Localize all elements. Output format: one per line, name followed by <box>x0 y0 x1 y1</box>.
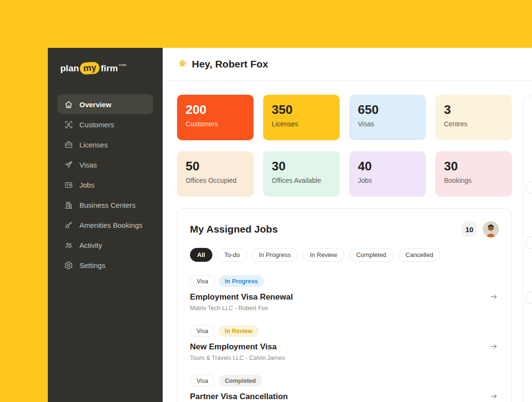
job-status-badge: Completed <box>219 375 262 387</box>
main-area: Hey, Robert Fox 200 Customers 350 Licens… <box>163 48 532 402</box>
stat-card-bookings[interactable]: 30 Bookings <box>435 151 512 197</box>
job-title: New Employment Visa <box>190 342 478 352</box>
job-title: Partner Visa Cancellation <box>190 392 478 402</box>
stat-label: Visas <box>358 120 417 128</box>
arrow-right-icon[interactable] <box>489 392 498 401</box>
sidebar: plan my firm com Overview Customers <box>48 48 163 402</box>
stat-card-visas[interactable]: 650 Visas <box>349 95 426 140</box>
filter-chip-cancelled[interactable]: Cancelled <box>399 248 441 262</box>
logo-my: my <box>79 62 100 75</box>
job-item[interactable]: Visa In Review New Employment Visa Tours… <box>190 325 499 361</box>
screen: plan my firm com Overview Customers <box>0 0 532 402</box>
stat-value: 30 <box>444 159 503 173</box>
key-icon <box>64 221 73 230</box>
id-card-icon <box>64 180 73 190</box>
stat-card-centres[interactable]: 3 Centres <box>435 95 512 140</box>
assigned-jobs-panel: My Assigned Jobs 10 <box>177 208 512 402</box>
job-category-tag: Visa <box>190 375 215 387</box>
job-category-tag: Visa <box>190 275 215 287</box>
sidebar-item-label: Overview <box>79 100 111 109</box>
sidebar-item-customers[interactable]: Customers <box>57 114 153 134</box>
sidebar-item-label: Jobs <box>79 181 95 189</box>
sidebar-item-business-centers[interactable]: Business Centers <box>57 195 153 215</box>
sidebar-item-licenses[interactable]: Licenses <box>57 134 153 155</box>
sidebar-item-overview[interactable]: Overview <box>57 94 153 114</box>
page-greeting: Hey, Robert Fox <box>192 58 268 70</box>
stat-value: 350 <box>272 103 331 117</box>
briefcase-icon <box>64 140 73 149</box>
stat-label: Offices Occupied <box>186 177 245 184</box>
filter-chip-in-review[interactable]: In Review <box>303 248 344 262</box>
stat-value: 3 <box>444 103 503 117</box>
job-item[interactable]: Visa Completed Partner Visa Cancellation <box>190 375 499 402</box>
app-logo[interactable]: plan my firm com <box>60 62 153 74</box>
sidebar-item-settings[interactable]: Settings <box>57 255 153 275</box>
job-subtitle: Matrix Tech LLC - Robert Fox <box>190 305 478 312</box>
filter-chip-in-progress[interactable]: In Progress <box>252 248 298 262</box>
logo-firm: firm <box>101 63 118 74</box>
stat-value: 650 <box>358 103 417 117</box>
job-status-badge: In Progress <box>219 275 264 287</box>
stat-value: 30 <box>272 159 331 173</box>
avatar[interactable] <box>483 221 499 237</box>
filter-chip-completed[interactable]: Completed <box>349 248 394 262</box>
job-status-badge: In Review <box>219 325 259 337</box>
job-item[interactable]: Visa In Progress Employment Visa Renewal… <box>190 275 499 312</box>
panel-title: My Assigned Jobs <box>190 223 278 235</box>
gear-icon <box>64 261 73 270</box>
stat-label: Jobs <box>358 177 417 184</box>
stat-label: Centres <box>444 120 503 128</box>
arrow-right-icon[interactable] <box>489 292 498 301</box>
app-window: plan my firm com Overview Customers <box>48 48 532 402</box>
stat-value: 200 <box>186 103 245 117</box>
stat-label: Customers <box>186 120 245 128</box>
sidebar-item-label: Licenses <box>79 141 108 149</box>
sidebar-item-label: Settings <box>79 261 105 269</box>
sidebar-item-label: Visas <box>79 161 97 169</box>
sidebar-item-label: Activity <box>79 241 102 249</box>
peek-button[interactable] <box>526 291 532 304</box>
job-filters: All To-do In Progress In Review Complete… <box>190 248 499 262</box>
customers-icon <box>64 120 73 129</box>
sidebar-item-activity[interactable]: Activity <box>57 235 153 255</box>
job-category-tag: Visa <box>190 325 215 337</box>
job-subtitle: Tours & Travels LLC - Calvin James <box>190 355 478 361</box>
home-icon <box>64 100 73 109</box>
sidebar-item-label: Business Centers <box>79 201 136 209</box>
logo-suffix: com <box>119 63 126 67</box>
arrow-right-icon[interactable] <box>489 342 498 351</box>
peek-panel <box>523 96 532 402</box>
stat-card-jobs[interactable]: 40 Jobs <box>349 151 426 197</box>
stat-value: 40 <box>358 159 417 173</box>
plane-icon <box>64 160 73 169</box>
stat-card-customers[interactable]: 200 Customers <box>177 95 254 140</box>
stats-grid: 200 Customers 350 Licenses 650 Visas 3 C… <box>177 95 518 197</box>
sidebar-item-label: Customers <box>79 121 114 129</box>
stat-label: Licenses <box>272 120 331 128</box>
stat-card-licenses[interactable]: 350 Licenses <box>263 95 340 140</box>
stat-label: Bookings <box>444 177 503 184</box>
sidebar-item-amenities-bookings[interactable]: Amenities Bookings <box>57 215 153 235</box>
content: 200 Customers 350 Licenses 650 Visas 3 C… <box>163 80 532 402</box>
people-icon <box>64 241 73 250</box>
sidebar-item-jobs[interactable]: Jobs <box>57 175 153 195</box>
building-icon <box>64 201 73 210</box>
job-title: Employment Visa Renewal <box>190 292 478 302</box>
logo-plan: plan <box>60 63 79 74</box>
peek-button[interactable] <box>526 236 532 249</box>
page-header: Hey, Robert Fox <box>163 48 532 80</box>
filter-chip-todo[interactable]: To-do <box>217 248 247 262</box>
jobs-count-badge: 10 <box>462 222 477 237</box>
stat-label: Offices Available <box>272 177 331 184</box>
sidebar-item-label: Amenities Bookings <box>79 221 143 229</box>
stat-card-offices-occupied[interactable]: 50 Offices Occupied <box>177 151 254 197</box>
waving-hand-icon <box>177 59 188 69</box>
sidebar-item-visas[interactable]: Visas <box>57 155 153 175</box>
stat-card-offices-available[interactable]: 30 Offices Available <box>263 151 340 197</box>
stat-value: 50 <box>186 159 245 173</box>
filter-chip-all[interactable]: All <box>190 248 212 262</box>
peek-button[interactable] <box>526 181 532 194</box>
